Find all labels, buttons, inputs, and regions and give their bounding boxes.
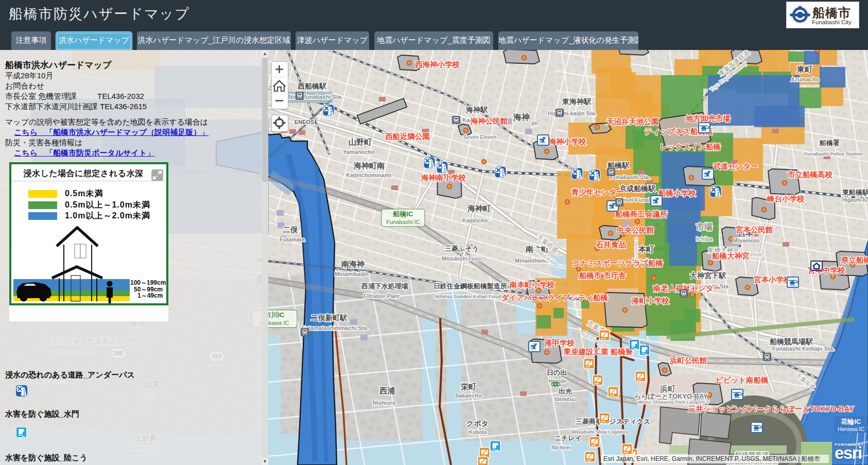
svg-text:100～199cm: 100～199cm bbox=[130, 279, 166, 286]
svg-text:1～49cm: 1～49cm bbox=[137, 292, 163, 299]
